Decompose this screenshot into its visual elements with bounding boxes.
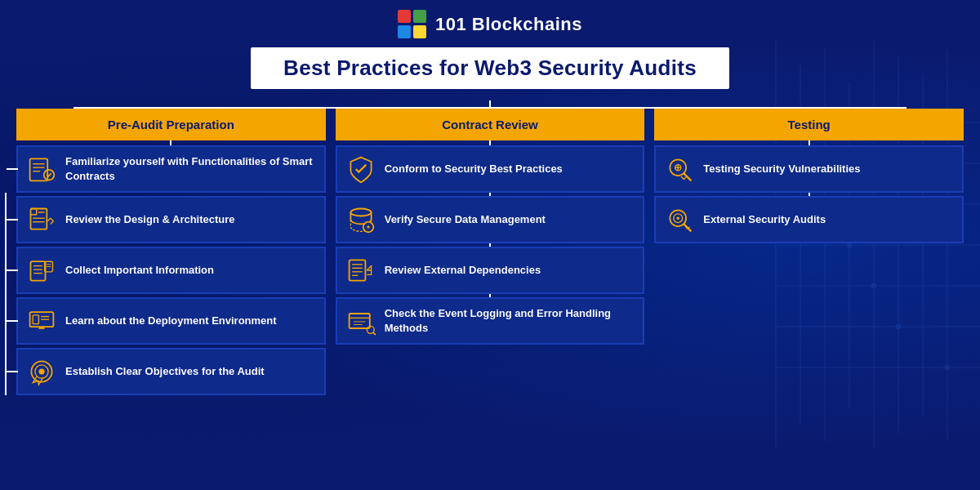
item-text: Review External Dependencies	[385, 263, 541, 278]
col-header-testing: Testing	[654, 109, 964, 140]
item-text: Learn about the Deployment Environment	[65, 314, 277, 328]
dependencies-icon	[345, 255, 376, 286]
list-item: Review External Dependencies	[336, 247, 645, 294]
item-text: External Security Audits	[703, 212, 826, 227]
svg-rect-56	[349, 314, 369, 328]
list-item: Testing Security Vulnerabilities	[654, 145, 964, 193]
security-shield-icon	[345, 154, 376, 185]
data-management-icon	[345, 204, 376, 235]
item-text: Check the Event Logging and Error Handli…	[385, 306, 635, 335]
smart-contract-icon	[26, 154, 57, 185]
item-text: Testing Security Vulnerabilities	[703, 162, 860, 176]
objectives-icon	[26, 356, 57, 387]
list-item: Conform to Security Best Practices	[336, 145, 645, 193]
deployment-icon	[26, 305, 57, 336]
svg-line-61	[373, 332, 376, 335]
list-item: Check the Event Logging and Error Handli…	[336, 297, 645, 345]
vulnerabilities-icon	[664, 154, 695, 185]
main-title-box: Best Practices for Web3 Security Audits	[251, 47, 729, 89]
list-item: Review the Design & Architecture	[16, 196, 326, 243]
svg-rect-31	[31, 261, 46, 280]
brand-name: 101 Blockchains	[435, 14, 582, 35]
item-text: Establish Clear Objectives for the Audit	[65, 364, 265, 379]
columns-container: Pre-Audit Preparation Familiarize yourse…	[16, 109, 964, 395]
svg-rect-51	[349, 260, 365, 280]
item-text: Verify Secure Data Management	[385, 212, 546, 227]
list-item: Collect Important Information	[16, 247, 326, 294]
column-testing: Testing Testing Security Vulnerabilities	[654, 109, 964, 243]
svg-point-46	[38, 368, 44, 374]
item-text: Collect Important Information	[65, 263, 214, 278]
list-item: Learn about the Deployment Environment	[16, 297, 326, 345]
svg-rect-39	[33, 315, 38, 324]
list-item: Verify Secure Data Management	[336, 196, 645, 243]
list-item: Familiarize yourself with Functionalitie…	[16, 145, 326, 193]
collect-info-icon	[26, 255, 57, 286]
svg-line-63	[684, 173, 692, 180]
svg-point-47	[350, 209, 371, 216]
brand-header: 101 Blockchains	[398, 10, 582, 39]
col-header-contract-review: Contract Review	[336, 109, 645, 140]
column-pre-audit: Pre-Audit Preparation Familiarize yourse…	[16, 109, 326, 395]
svg-rect-27	[31, 209, 47, 229]
review-design-icon	[26, 204, 57, 235]
item-text: Review the Design & Architecture	[65, 212, 235, 227]
col-header-pre-audit: Pre-Audit Preparation	[16, 109, 326, 140]
list-item: Establish Clear Objectives for the Audit	[16, 348, 326, 395]
list-item: External Security Audits	[654, 196, 964, 243]
svg-point-70	[677, 216, 680, 220]
item-text: Familiarize yourself with Functionalitie…	[65, 154, 316, 183]
main-title: Best Practices for Web3 Security Audits	[283, 56, 697, 81]
column-contract-review: Contract Review Conform to Security Best…	[336, 109, 645, 345]
svg-point-60	[367, 326, 374, 333]
logo-icon	[398, 10, 427, 39]
logging-icon	[345, 305, 376, 336]
external-audit-icon	[664, 204, 695, 235]
item-text: Conform to Security Best Practices	[385, 162, 563, 176]
